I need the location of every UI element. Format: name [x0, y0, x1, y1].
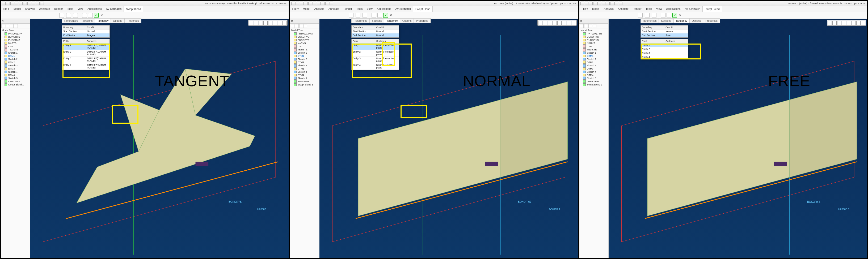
menu-item[interactable]: File ▾ [290, 6, 301, 12]
tree-item[interactable]: PUDORYS [1, 38, 30, 42]
dash-icon[interactable] [349, 13, 353, 18]
tree-item[interactable]: DTM2 [290, 61, 319, 64]
menu-item[interactable]: View [75, 6, 86, 12]
qat-icon[interactable] [308, 2, 312, 5]
menu-item[interactable]: AV ScriBatch [682, 6, 702, 12]
pause-icon[interactable] [661, 13, 665, 18]
model-tree-toggle[interactable]: ⎘ [579, 19, 608, 24]
tree-item[interactable]: Sketch 2 [579, 58, 608, 61]
tree-item[interactable]: PRT0001.PRT [290, 32, 319, 35]
menu-item[interactable]: View [365, 6, 375, 12]
dash-icon[interactable] [363, 13, 367, 18]
qat-icon[interactable] [619, 2, 622, 5]
qat-icon[interactable] [291, 2, 295, 5]
model-tree-toggle[interactable]: ⎘ [1, 19, 30, 24]
tree-item[interactable]: Sketch 3 [290, 64, 319, 67]
tree-item[interactable]: Sketch 1 [1, 51, 30, 54]
tree-item[interactable]: PUDORYS [290, 38, 319, 42]
tree-item[interactable]: Swept Blend 1 [1, 83, 30, 86]
tree-item[interactable]: Sketch 4 [1, 70, 30, 74]
qat-icon[interactable] [304, 2, 308, 5]
menu-item[interactable]: AV ScriBatch [104, 6, 124, 12]
tree-item[interactable]: Sketch 4 [579, 70, 608, 74]
pause-icon[interactable] [82, 13, 87, 18]
qat-icon[interactable] [10, 2, 14, 5]
tree-item[interactable]: DTM2 [579, 61, 608, 64]
qat-icon[interactable] [313, 2, 316, 5]
qat-icon[interactable] [32, 2, 35, 5]
tree-item[interactable]: NARYS [1, 42, 30, 45]
tree-item[interactable]: Sketch 5 [290, 77, 319, 80]
viewport[interactable]: ReferencesSectionsTangencyOptionsPropert… [319, 19, 578, 258]
tree-item[interactable]: Sketch 4 [290, 70, 319, 74]
menu-item[interactable]: Model [301, 6, 312, 12]
pause-icon[interactable] [372, 13, 376, 18]
tree-item[interactable]: PUDORYS [579, 38, 608, 42]
tree-item[interactable]: PRT0001.PRT [579, 32, 608, 35]
qat-icon[interactable] [615, 2, 618, 5]
qat-icon[interactable] [589, 2, 593, 5]
tree-item[interactable]: Swept Blend 1 [290, 83, 319, 86]
qat-icon[interactable] [300, 2, 304, 5]
qat-icon[interactable] [6, 2, 10, 5]
tree-item[interactable]: DTM1 [290, 54, 319, 58]
qat-icon[interactable] [317, 2, 320, 5]
viewport[interactable]: ReferencesSectionsTangencyOptionsPropert… [609, 19, 867, 258]
tree-tool-icon[interactable] [299, 24, 303, 28]
menu-item[interactable]: Analysis [602, 6, 616, 12]
qat-icon[interactable] [27, 2, 31, 5]
tree-item[interactable]: PRT0001.PRT [1, 32, 30, 35]
menu-item[interactable]: Annotate [327, 6, 341, 12]
play-icon[interactable] [666, 13, 671, 18]
menu-item[interactable]: Tools [644, 6, 654, 12]
tree-tool-icon[interactable] [304, 24, 307, 28]
tree-item[interactable]: NARYS [290, 42, 319, 45]
cancel-button[interactable]: ✕ [678, 13, 682, 17]
qat-icon[interactable] [581, 2, 584, 5]
tree-item[interactable]: NARYS [579, 42, 608, 45]
menu-item[interactable]: Applications [375, 6, 393, 12]
cancel-button[interactable]: ✕ [100, 13, 103, 17]
qat-icon[interactable] [597, 2, 601, 5]
play-icon[interactable] [377, 13, 382, 18]
play-icon[interactable] [88, 13, 93, 18]
menu-item[interactable]: Swept Blend [413, 6, 433, 12]
menu-item[interactable]: Render [341, 6, 354, 12]
qat-icon[interactable] [2, 2, 6, 5]
tree-item[interactable]: TEZISTE [290, 48, 319, 51]
tree-item[interactable]: Sketch 3 [1, 64, 30, 67]
tree-item[interactable]: DTM1 [579, 54, 608, 58]
ok-button[interactable]: ✓ [672, 13, 677, 18]
tree-item[interactable]: BOKORYS [290, 35, 319, 38]
dash-icon[interactable] [73, 13, 78, 18]
menu-item[interactable]: Annotate [616, 6, 631, 12]
menu-item[interactable]: Swept Blend [124, 6, 143, 12]
tree-tool-icon[interactable] [291, 24, 294, 28]
qat-icon[interactable] [14, 2, 18, 5]
tree-item[interactable]: TEZISTE [579, 48, 608, 51]
qat-icon[interactable] [40, 2, 44, 5]
dash-icon[interactable] [645, 13, 650, 18]
tree-item[interactable]: Sketch 5 [1, 77, 30, 80]
tree-item[interactable]: Sketch 3 [579, 64, 608, 67]
ok-button[interactable]: ✓ [94, 13, 99, 18]
tree-tool-icon[interactable] [10, 24, 13, 28]
tree-item[interactable]: Insert Here [290, 80, 319, 83]
tree-item[interactable]: Insert Here [1, 80, 30, 83]
qat-icon[interactable] [330, 2, 333, 5]
menu-item[interactable]: Swept Blend [703, 6, 722, 12]
menu-item[interactable]: Tools [354, 6, 365, 12]
tree-item[interactable]: DTM4 [290, 74, 319, 77]
viewport[interactable]: ReferencesSectionsTangencyOptionsPropert… [30, 19, 289, 258]
menu-item[interactable]: File ▾ [1, 6, 11, 12]
tree-tool-icon[interactable] [588, 24, 592, 28]
tree-item[interactable]: BOKORYS [1, 35, 30, 38]
tree-item[interactable]: CS0 [1, 45, 30, 48]
menu-item[interactable]: Analysis [312, 6, 327, 12]
tree-item[interactable]: Sketch 1 [290, 51, 319, 54]
qat-icon[interactable] [602, 2, 606, 5]
tree-item[interactable]: TEZISTE [1, 48, 30, 51]
menu-item[interactable]: Model [11, 6, 23, 12]
tree-item[interactable]: CS0 [290, 45, 319, 48]
menu-item[interactable]: File ▾ [579, 6, 590, 12]
